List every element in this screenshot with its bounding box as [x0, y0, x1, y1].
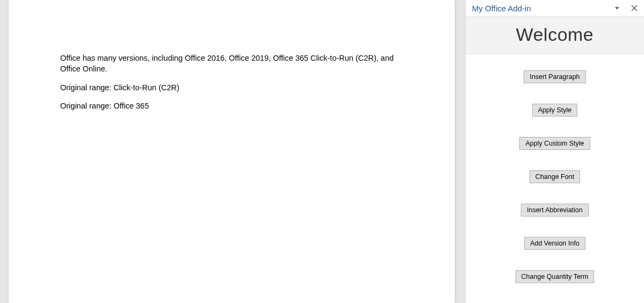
document-paragraph[interactable]: Office has many versions, including Offi…: [60, 53, 403, 75]
taskpane-title: My Office Add-in: [472, 4, 605, 13]
insert-paragraph-button[interactable]: Insert Paragraph: [524, 70, 585, 83]
pane-divider: [460, 0, 465, 303]
taskpane-body: Welcome Insert Paragraph Apply Style App…: [466, 17, 644, 303]
taskpane: My Office Add-in Welcome Insert Paragrap…: [465, 0, 644, 303]
change-font-button[interactable]: Change Font: [529, 170, 580, 183]
welcome-banner: Welcome: [466, 17, 644, 54]
apply-style-button[interactable]: Apply Style: [532, 104, 578, 117]
document-page[interactable]: Office has many versions, including Offi…: [9, 0, 455, 303]
close-button[interactable]: [629, 3, 640, 13]
add-version-info-button[interactable]: Add Version Info: [524, 237, 585, 250]
document-paragraph[interactable]: Original range: Click-to-Run (C2R): [60, 82, 403, 93]
button-stack: Insert Paragraph Apply Style Apply Custo…: [466, 54, 644, 303]
insert-abbreviation-button[interactable]: Insert Abbreviation: [521, 204, 589, 217]
welcome-heading: Welcome: [466, 24, 644, 45]
document-paragraph[interactable]: Original range: Office 365: [60, 100, 403, 111]
caret-down-icon: [615, 7, 619, 10]
apply-custom-style-button[interactable]: Apply Custom Style: [519, 137, 590, 150]
taskpane-header: My Office Add-in: [466, 0, 644, 17]
document-area: Office has many versions, including Offi…: [0, 0, 460, 303]
menu-dropdown-icon[interactable]: [612, 3, 622, 13]
change-quantity-term-button[interactable]: Change Quantity Term: [516, 270, 595, 283]
close-icon: [631, 5, 638, 11]
